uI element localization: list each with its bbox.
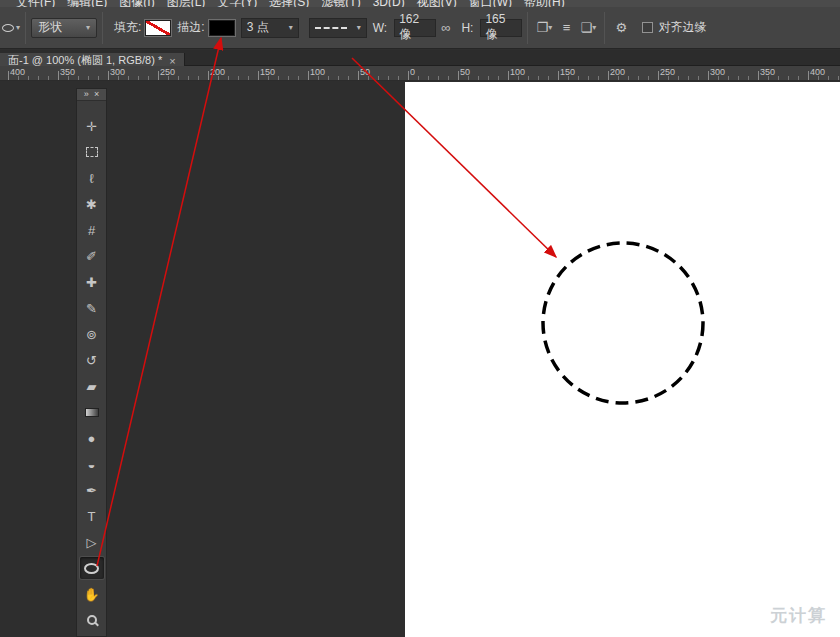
ellipse-tool[interactable] xyxy=(80,557,104,579)
tools-panel: » × ✛ℓ✱#✐✚✎⊚↺▰●◒✒T▷✋ xyxy=(76,88,107,637)
gear-icon: ⚙ xyxy=(616,20,628,35)
lasso-tool[interactable]: ℓ xyxy=(80,167,104,189)
rectangular-marquee-tool[interactable] xyxy=(80,141,104,163)
ruler-label: 50 xyxy=(360,67,370,77)
menu-item[interactable]: 文字(Y) xyxy=(217,0,257,7)
shape-settings-button[interactable]: ⚙ xyxy=(610,18,632,38)
gradient-tool[interactable] xyxy=(80,401,104,423)
ruler-label: 200 xyxy=(610,67,625,77)
menu-item[interactable]: 帮助(H) xyxy=(524,0,565,7)
ruler-label: 350 xyxy=(60,67,75,77)
separator xyxy=(102,12,103,44)
dodge-tool[interactable]: ◒ xyxy=(80,453,104,475)
dashed-ellipse-shape[interactable] xyxy=(543,243,703,403)
fill-color-swatch[interactable] xyxy=(145,20,171,36)
path-alignment-icon: ≡ xyxy=(563,20,571,35)
rectangular-marquee-tool-icon xyxy=(86,147,98,157)
move-tool[interactable]: ✛ xyxy=(80,115,104,137)
align-edges-label: 对齐边缘 xyxy=(658,19,706,36)
chevron-down-icon: ▾ xyxy=(86,24,90,32)
ruler-label: 300 xyxy=(110,67,125,77)
stroke-width-value: 3 点 xyxy=(247,19,269,36)
path-arrangement-button[interactable]: ❏ ▾ xyxy=(577,18,599,38)
collapse-panel-icon[interactable]: » xyxy=(84,90,89,99)
watermark-text: 元计算 xyxy=(770,604,827,627)
ruler-label: 400 xyxy=(810,67,825,77)
ruler-label: 150 xyxy=(560,67,575,77)
separator xyxy=(527,12,528,44)
path-selection-tool[interactable]: ▷ xyxy=(80,531,104,553)
chevron-down-icon: ▾ xyxy=(592,24,596,32)
crop-tool[interactable]: # xyxy=(80,219,104,241)
ellipse-preset-icon xyxy=(2,24,14,32)
chevron-down-icon: ▾ xyxy=(289,24,293,32)
eraser-tool[interactable]: ▰ xyxy=(80,375,104,397)
ruler-label: 100 xyxy=(510,67,525,77)
menu-item[interactable]: 图层(L) xyxy=(167,0,206,7)
ruler-label: 150 xyxy=(260,67,275,77)
zoom-tool-icon xyxy=(87,615,97,625)
path-operations-button[interactable]: ❐ ▾ xyxy=(533,18,555,38)
separator xyxy=(604,12,605,44)
shape-width-input[interactable]: 162 像 xyxy=(394,19,436,37)
path-alignment-button[interactable]: ≡ xyxy=(555,18,577,38)
shape-width-value: 162 像 xyxy=(399,12,431,43)
shape-height-input[interactable]: 165 像 xyxy=(480,19,522,37)
brush-tool[interactable]: ✎ xyxy=(80,297,104,319)
ruler-label: 250 xyxy=(660,67,675,77)
chevron-down-icon: ▾ xyxy=(357,24,361,32)
menu-item[interactable]: 选择(S) xyxy=(269,0,309,7)
ruler-label: 200 xyxy=(210,67,225,77)
stroke-label: 描边: xyxy=(177,19,204,36)
ruler-label: 0 xyxy=(410,67,415,77)
align-edges-checkbox[interactable] xyxy=(642,22,653,33)
menu-item[interactable]: 视图(V) xyxy=(417,0,457,7)
zoom-tool[interactable] xyxy=(80,609,104,631)
stroke-style-select[interactable]: ▾ xyxy=(309,18,367,38)
ruler-label: 100 xyxy=(310,67,325,77)
stroke-color-swatch[interactable] xyxy=(209,20,235,36)
link-dimensions-icon[interactable]: ∞ xyxy=(441,20,450,35)
chevron-down-icon: ▾ xyxy=(16,24,20,32)
menu-item[interactable]: 3D(D) xyxy=(373,0,405,7)
fill-label: 填充: xyxy=(114,19,141,36)
hand-tool[interactable]: ✋ xyxy=(80,583,104,605)
horizontal-ruler[interactable]: 4003503002502001501005005010015020025030… xyxy=(0,66,840,81)
ruler-label: 400 xyxy=(10,67,25,77)
menu-item[interactable]: 编辑(E) xyxy=(67,0,107,7)
tool-preset-picker[interactable]: ▾ xyxy=(2,24,20,32)
tools-list: ✛ℓ✱#✐✚✎⊚↺▰●◒✒T▷✋ xyxy=(77,101,106,631)
eyedropper-tool[interactable]: ✐ xyxy=(80,245,104,267)
chevron-down-icon: ▾ xyxy=(548,24,552,32)
shape-height-value: 165 像 xyxy=(485,12,517,43)
history-brush-tool[interactable]: ↺ xyxy=(80,349,104,371)
pen-tool[interactable]: ✒ xyxy=(80,479,104,501)
blur-tool[interactable]: ● xyxy=(80,427,104,449)
tool-mode-value: 形状 xyxy=(38,19,62,36)
spot-healing-brush-tool[interactable]: ✚ xyxy=(80,271,104,293)
menu-item[interactable]: 窗口(W) xyxy=(469,0,512,7)
ruler-label: 250 xyxy=(160,67,175,77)
clone-stamp-tool[interactable]: ⊚ xyxy=(80,323,104,345)
menu-item[interactable]: 文件(F) xyxy=(16,0,55,7)
path-operations-icon: ❐ xyxy=(537,20,549,35)
drawn-shape-layer xyxy=(405,82,840,637)
document-canvas[interactable]: 元计算 xyxy=(405,82,840,637)
dashed-stroke-icon xyxy=(315,27,347,29)
stroke-width-select[interactable]: 3 点 ▾ xyxy=(241,18,299,38)
path-arrangement-icon: ❏ xyxy=(581,20,593,35)
tools-panel-header: » × xyxy=(77,89,106,101)
ellipse-tool-icon xyxy=(84,563,99,574)
menu-bar: 文件(F)编辑(E)图像(I)图层(L)文字(Y)选择(S)滤镜(T)3D(D)… xyxy=(0,0,840,7)
ruler-label: 300 xyxy=(710,67,725,77)
type-tool[interactable]: T xyxy=(80,505,104,527)
ruler-label: 50 xyxy=(460,67,470,77)
menu-item[interactable]: 图像(I) xyxy=(119,0,154,7)
quick-selection-tool[interactable]: ✱ xyxy=(80,193,104,215)
close-panel-icon[interactable]: × xyxy=(94,90,99,99)
close-icon[interactable]: × xyxy=(169,55,175,67)
menu-item[interactable]: 滤镜(T) xyxy=(321,0,360,7)
tool-mode-select[interactable]: 形状 ▾ xyxy=(31,18,97,38)
tool-options-bar: ▾ 形状 ▾ 填充: 描边: 3 点 ▾ ▾ W: 162 像 ∞ H: 165… xyxy=(0,7,840,49)
document-tab-bar: 面-1 @ 100% (椭圆 1, RGB/8) * × xyxy=(0,50,840,66)
